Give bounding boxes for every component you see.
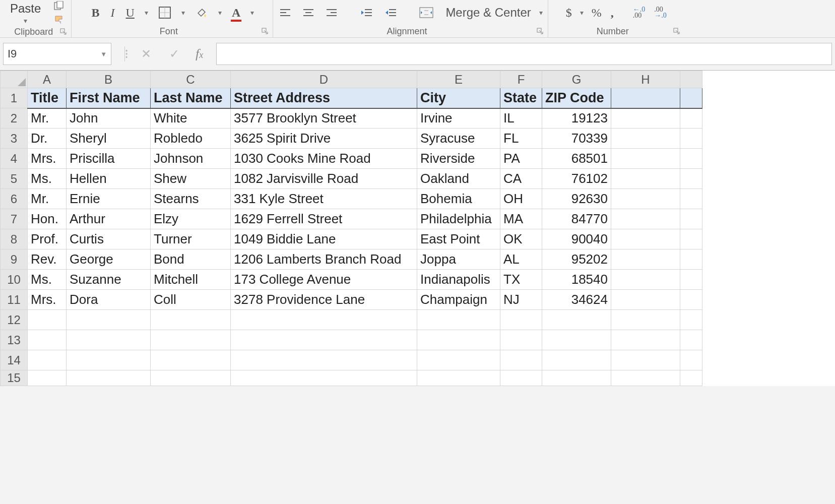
cell[interactable] bbox=[680, 249, 702, 270]
cell[interactable]: Irvine bbox=[417, 108, 500, 129]
cell[interactable] bbox=[28, 370, 67, 386]
cell[interactable] bbox=[611, 290, 680, 310]
table-header-cell[interactable]: City bbox=[417, 88, 500, 108]
cell[interactable]: CA bbox=[500, 169, 542, 189]
cell[interactable] bbox=[611, 189, 680, 209]
cell[interactable] bbox=[611, 249, 680, 270]
row-header[interactable]: 11 bbox=[1, 290, 28, 310]
accounting-format-button[interactable]: $ bbox=[564, 5, 574, 21]
cell[interactable] bbox=[680, 290, 702, 310]
accounting-format-dropdown[interactable]: ▾ bbox=[579, 9, 585, 17]
cell[interactable]: Ms. bbox=[28, 270, 67, 290]
cell[interactable]: 3278 Providence Lane bbox=[231, 290, 417, 310]
cell[interactable] bbox=[611, 169, 680, 189]
cell[interactable] bbox=[67, 330, 151, 350]
cell[interactable]: PA bbox=[500, 149, 542, 169]
cell[interactable] bbox=[500, 350, 542, 370]
cell[interactable]: Coll bbox=[151, 290, 231, 310]
cell[interactable]: Priscilla bbox=[67, 149, 151, 169]
cell[interactable] bbox=[680, 270, 702, 290]
cell[interactable] bbox=[417, 310, 500, 330]
underline-button[interactable]: U bbox=[124, 5, 137, 21]
cell[interactable]: John bbox=[67, 108, 151, 129]
cell[interactable] bbox=[680, 330, 702, 350]
table-header-cell[interactable]: State bbox=[500, 88, 542, 108]
cell[interactable] bbox=[611, 310, 680, 330]
cell[interactable]: Mrs. bbox=[28, 149, 67, 169]
cell[interactable] bbox=[67, 310, 151, 330]
percent-format-button[interactable]: % bbox=[590, 5, 604, 21]
cell[interactable]: Rev. bbox=[28, 249, 67, 270]
cell[interactable]: 84770 bbox=[542, 209, 611, 229]
row-header[interactable]: 12 bbox=[1, 310, 28, 330]
clipboard-dialog-launcher[interactable] bbox=[60, 28, 67, 35]
cell[interactable]: Suzanne bbox=[67, 270, 151, 290]
cell[interactable] bbox=[151, 370, 231, 386]
cell[interactable] bbox=[67, 350, 151, 370]
accept-formula-button[interactable]: ✓ bbox=[167, 46, 181, 62]
row-header[interactable]: 15 bbox=[1, 370, 28, 386]
table-header-cell[interactable]: ZIP Code bbox=[542, 88, 611, 108]
cell[interactable] bbox=[680, 88, 702, 108]
cell[interactable]: 1030 Cooks Mine Road bbox=[231, 149, 417, 169]
cell[interactable]: Curtis bbox=[67, 229, 151, 249]
font-color-button[interactable]: A bbox=[230, 5, 242, 21]
italic-button[interactable]: I bbox=[109, 5, 117, 21]
cell[interactable]: Ernie bbox=[67, 189, 151, 209]
cell[interactable] bbox=[417, 370, 500, 386]
cell[interactable]: 1049 Biddie Lane bbox=[231, 229, 417, 249]
col-header[interactable]: D bbox=[231, 71, 417, 88]
cell[interactable]: 70339 bbox=[542, 129, 611, 149]
cell[interactable]: MA bbox=[500, 209, 542, 229]
merge-center-dropdown[interactable]: ▾ bbox=[538, 9, 544, 17]
cell[interactable]: NJ bbox=[500, 290, 542, 310]
cell[interactable]: 3577 Brooklyn Street bbox=[231, 108, 417, 129]
cell[interactable]: Dora bbox=[67, 290, 151, 310]
cancel-formula-button[interactable]: ✕ bbox=[139, 46, 153, 62]
cell[interactable]: 95202 bbox=[542, 249, 611, 270]
cell[interactable] bbox=[542, 350, 611, 370]
row-header[interactable]: 8 bbox=[1, 229, 28, 249]
format-painter-icon[interactable] bbox=[52, 14, 67, 26]
bold-button[interactable]: B bbox=[90, 5, 102, 21]
font-dialog-launcher[interactable] bbox=[262, 28, 269, 35]
cell[interactable]: George bbox=[67, 249, 151, 270]
cell[interactable]: Bond bbox=[151, 249, 231, 270]
cell[interactable]: Bohemia bbox=[417, 189, 500, 209]
cell[interactable] bbox=[611, 88, 680, 108]
row-header[interactable]: 6 bbox=[1, 189, 28, 209]
col-header[interactable]: C bbox=[151, 71, 231, 88]
cell[interactable]: 34624 bbox=[542, 290, 611, 310]
cell[interactable]: Ms. bbox=[28, 169, 67, 189]
cell[interactable]: 331 Kyle Street bbox=[231, 189, 417, 209]
cell[interactable]: Hellen bbox=[67, 169, 151, 189]
col-header[interactable]: H bbox=[611, 71, 680, 88]
cell[interactable]: 3625 Spirit Drive bbox=[231, 129, 417, 149]
cell[interactable] bbox=[680, 370, 702, 386]
cell[interactable]: Johnson bbox=[151, 149, 231, 169]
cell[interactable]: Joppa bbox=[417, 249, 500, 270]
row-header[interactable]: 3 bbox=[1, 129, 28, 149]
cell[interactable]: Mitchell bbox=[151, 270, 231, 290]
cell[interactable] bbox=[67, 370, 151, 386]
cell[interactable]: Mr. bbox=[28, 189, 67, 209]
cell[interactable] bbox=[611, 350, 680, 370]
align-left-button[interactable] bbox=[277, 7, 293, 19]
cell[interactable] bbox=[611, 330, 680, 350]
col-header[interactable]: A bbox=[28, 71, 67, 88]
cell[interactable] bbox=[611, 270, 680, 290]
cell[interactable] bbox=[28, 330, 67, 350]
cell[interactable] bbox=[611, 370, 680, 386]
cell[interactable]: White bbox=[151, 108, 231, 129]
cell[interactable] bbox=[680, 108, 702, 129]
table-header-cell[interactable]: First Name bbox=[67, 88, 151, 108]
cell[interactable]: East Point bbox=[417, 229, 500, 249]
spreadsheet-grid[interactable]: A B C D E F G H 1TitleFirst NameLast Nam… bbox=[0, 70, 835, 386]
table-header-cell[interactable]: Street Address bbox=[231, 88, 417, 108]
alignment-dialog-launcher[interactable] bbox=[537, 28, 544, 35]
cell[interactable]: Dr. bbox=[28, 129, 67, 149]
cell[interactable]: Riverside bbox=[417, 149, 500, 169]
row-header[interactable]: 13 bbox=[1, 330, 28, 350]
increase-decimal-button[interactable]: ←.0.00 bbox=[631, 6, 648, 20]
cell[interactable] bbox=[611, 209, 680, 229]
